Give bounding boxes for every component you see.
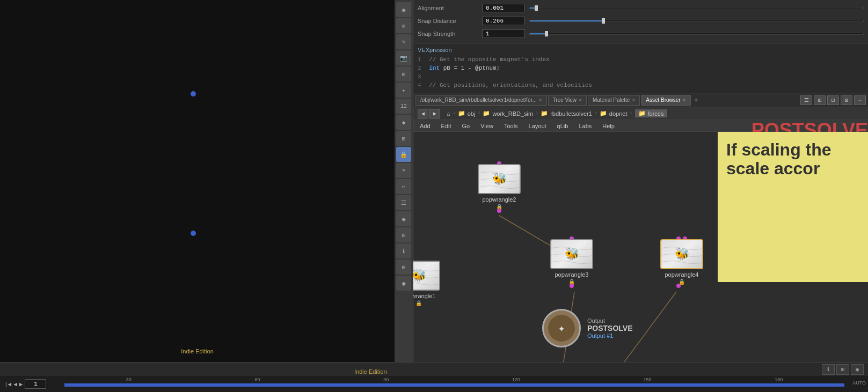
- timeline-mark-180: 180: [775, 377, 783, 382]
- point-dot-1: [191, 91, 196, 97]
- node-box-pw1[interactable]: 🐝: [413, 261, 440, 291]
- node-popwrangle2[interactable]: 🐝 popwrangle2 🔒: [478, 164, 521, 210]
- sep-0: ›: [453, 110, 456, 116]
- toolbar-btn-1[interactable]: ◉: [396, 2, 411, 17]
- note-panel: If scaling thescale accor: [718, 132, 868, 282]
- view-icon-grid-md[interactable]: ⊟: [827, 95, 839, 105]
- tab-0[interactable]: /obj/work_RBD_sim/rbdbulletsolver1/dopne…: [415, 95, 547, 106]
- timeline-progress[interactable]: [64, 383, 844, 387]
- view-icon-grid-lg[interactable]: ⊠: [841, 95, 852, 105]
- output-num-label: Output #1: [587, 332, 633, 339]
- toolbar-btn-15[interactable]: ⊞: [396, 260, 411, 275]
- menu-go[interactable]: Go: [460, 122, 472, 130]
- toolbar-btn-11[interactable]: ✂: [396, 179, 411, 194]
- menu-qlib[interactable]: qLib: [555, 122, 571, 130]
- menu-help[interactable]: Help: [600, 122, 617, 130]
- toolbar-btn-3[interactable]: ✎: [396, 34, 411, 49]
- sep-4: ›: [630, 110, 633, 116]
- toolbar-num-12[interactable]: 12: [396, 99, 411, 114]
- output-circle-inner: ✦: [548, 315, 575, 342]
- status-indie-watermark: Indie Edition: [354, 368, 387, 375]
- toolbar-btn-9[interactable]: 🔒: [396, 147, 411, 162]
- timeline-auto-label: AUTO: [852, 380, 866, 386]
- view-icon-list[interactable]: ☰: [800, 95, 812, 105]
- status-icon-1[interactable]: ℹ: [822, 364, 835, 375]
- menu-labs[interactable]: Labs: [577, 122, 594, 130]
- menu-layout[interactable]: Layout: [527, 122, 549, 130]
- node-popwrangle1[interactable]: 🐝 popwrangle1 🔒: [413, 261, 440, 307]
- prop-input-snap-distance[interactable]: [482, 17, 525, 25]
- tab-3[interactable]: Asset Browser ×: [641, 95, 690, 106]
- right-panel: Alignment Snap Distance Snap Strength: [413, 0, 868, 362]
- breadcrumb-item-dopnet[interactable]: 📁 dopnet: [600, 110, 628, 117]
- toolbar-btn-8[interactable]: ⊞: [396, 131, 411, 146]
- menu-edit[interactable]: Edit: [439, 122, 454, 130]
- breadcrumb-item-rbd[interactable]: 📁 rbdbulletsolver1: [541, 110, 592, 117]
- prop-slider-snap-distance[interactable]: [529, 20, 864, 22]
- toolbar-btn-7[interactable]: ◆: [396, 115, 411, 130]
- tab-add-button[interactable]: +: [692, 96, 701, 105]
- note-text: If scaling thescale accor: [726, 140, 859, 178]
- prop-slider-snap-strength[interactable]: [529, 33, 864, 35]
- playback-start[interactable]: |◀: [4, 381, 11, 388]
- tab-close-0[interactable]: ×: [539, 97, 542, 103]
- node-graph[interactable]: Indie Edition If scaling thescale accor: [413, 132, 868, 362]
- breadcrumb-item-home[interactable]: ⌂: [447, 110, 450, 117]
- toolbar-btn-5[interactable]: ⊞: [396, 66, 411, 82]
- toolbar-btn-13[interactable]: ◉: [396, 211, 411, 226]
- menu-view[interactable]: View: [478, 122, 495, 130]
- tab-close-1[interactable]: ×: [579, 97, 582, 103]
- breadcrumb-back[interactable]: ◀: [418, 109, 428, 119]
- timeline[interactable]: |◀ ◀ ▶ 1 30 60 90 120 150 180 AUTO: [0, 376, 868, 392]
- toolbar-btn-16[interactable]: ◉: [396, 276, 411, 291]
- toolbar-btn-4[interactable]: 📷: [396, 50, 411, 65]
- playback-prev[interactable]: ◀: [13, 381, 17, 388]
- sep-3: ›: [594, 110, 597, 116]
- output-postsolve-node[interactable]: ✦ Output POSTSOLVE Output #1: [542, 309, 633, 347]
- status-icon-3[interactable]: ◉: [851, 364, 864, 375]
- node-box-pw3[interactable]: 🐝: [550, 239, 593, 269]
- node-box-pw2[interactable]: 🐝: [478, 164, 521, 194]
- folder-icon-work: 📁: [483, 110, 490, 117]
- menu-tools[interactable]: Tools: [502, 122, 520, 130]
- sep-1: ›: [477, 110, 480, 116]
- toolbar-btn-12[interactable]: ☰: [396, 195, 411, 210]
- status-icon-2[interactable]: ⊞: [836, 364, 849, 375]
- toolbar-btn-info[interactable]: ℹ: [396, 243, 411, 258]
- tab-close-2[interactable]: ×: [632, 97, 635, 103]
- output-type-label: Output: [587, 317, 633, 324]
- toolbar-btn-6[interactable]: ✦: [396, 83, 411, 98]
- prop-row-snap-distance: Snap Distance: [418, 15, 864, 27]
- line-num-4: 4: [418, 82, 421, 88]
- tab-1[interactable]: Tree View ×: [548, 95, 587, 106]
- menu-add[interactable]: Add: [418, 122, 433, 130]
- prop-input-alignment[interactable]: [482, 4, 525, 12]
- toolbar-btn-14[interactable]: ⊞: [396, 227, 411, 242]
- node-popwrangle3[interactable]: 🐝 popwrangle3 🔒: [550, 239, 593, 285]
- view-icon-dots[interactable]: ⋯: [854, 95, 866, 105]
- node-dot-pw4-bottom: [676, 284, 681, 288]
- prop-slider-alignment[interactable]: [529, 7, 864, 9]
- tab-label-2: Material Palette: [593, 97, 630, 103]
- output-name-label: POSTSOLVE: [587, 324, 633, 332]
- toolbar-btn-10[interactable]: ⌖: [396, 163, 411, 178]
- timeline-ruler[interactable]: 30 60 90 120 150 180: [64, 376, 844, 392]
- view-icon-grid-sm[interactable]: ⊞: [814, 95, 826, 105]
- frame-number[interactable]: 1: [25, 379, 46, 389]
- viewport: Indie Edition: [0, 0, 395, 362]
- toolbar-btn-2[interactable]: ⊕: [396, 18, 411, 33]
- frame-display: |◀ ◀ ▶ 1: [4, 379, 46, 389]
- prop-input-snap-strength[interactable]: [482, 29, 525, 38]
- breadcrumb-item-work[interactable]: 📁 work_RBD_sim: [483, 110, 533, 117]
- tab-2[interactable]: Material Palette ×: [588, 95, 640, 106]
- breadcrumb-item-obj[interactable]: 📁 obj: [458, 110, 476, 117]
- node-popwrangle4[interactable]: 🐝 popwrangle4 🔒: [660, 239, 703, 285]
- line-code-2: pB = 1 - @ptnum;: [443, 65, 500, 71]
- node-box-pw4[interactable]: 🐝: [660, 239, 703, 269]
- vex-label: VEXpression: [418, 47, 864, 53]
- breadcrumb-item-forces[interactable]: 📁 forces: [635, 109, 667, 117]
- breadcrumb-bar: ◀ ▶ ⌂ › 📁 obj › 📁 work_RBD_sim › 📁 rbdbu…: [413, 107, 868, 120]
- breadcrumb-forward[interactable]: ▶: [429, 109, 440, 119]
- playback-play[interactable]: ▶: [19, 381, 23, 388]
- tab-close-3[interactable]: ×: [683, 97, 686, 103]
